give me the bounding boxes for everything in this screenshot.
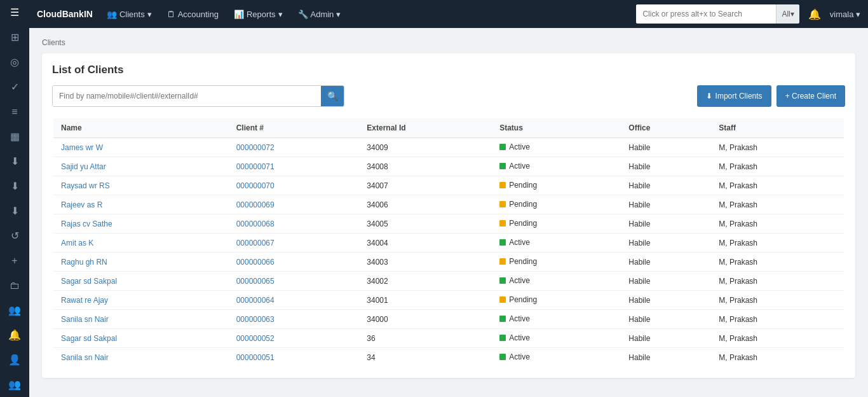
table-row: Sanila sn Nair 000000051 34 Active Habil… — [53, 348, 844, 368]
client-name-link[interactable]: Sajid yu Attar — [61, 162, 106, 171]
sidebar-icon-grid[interactable]: ▦ — [0, 124, 29, 149]
cell-client-num[interactable]: 000000072 — [229, 138, 360, 157]
nav-item-reports[interactable]: 📊 Reports ▾ — [227, 7, 289, 22]
user-menu[interactable]: vimala ▾ — [830, 10, 860, 19]
status-badge: Active — [499, 333, 530, 342]
client-name-link[interactable]: Rajeev as R — [61, 200, 102, 209]
cell-name[interactable]: James wr W — [53, 138, 229, 157]
status-badge: Pending — [499, 181, 537, 190]
cell-client-num[interactable]: 000000069 — [229, 195, 360, 214]
sidebar-icon-check[interactable]: ✓ — [0, 74, 29, 99]
table-row: Sajid yu Attar 000000071 34008 Active Ha… — [53, 157, 844, 176]
cell-client-num[interactable]: 000000052 — [229, 329, 360, 348]
cell-status: Active — [492, 138, 621, 157]
nav-item-admin[interactable]: 🔧 Admin ▾ — [292, 7, 348, 22]
sidebar-icon-menu[interactable]: ☰ — [0, 0, 29, 25]
cell-client-num[interactable]: 000000065 — [229, 272, 360, 291]
notification-bell-icon[interactable]: 🔔 — [808, 8, 821, 20]
status-label: Active — [509, 162, 530, 171]
cell-client-num[interactable]: 000000067 — [229, 233, 360, 253]
cell-client-num[interactable]: 000000064 — [229, 291, 360, 310]
cell-name[interactable]: Rajeev as R — [53, 195, 229, 214]
sidebar-icon-list[interactable]: ≡ — [0, 99, 29, 124]
client-name-link[interactable]: James wr W — [61, 143, 103, 152]
nav-item-clients[interactable]: 👥 Clients ▾ — [100, 7, 158, 22]
reports-dropdown-icon: ▾ — [278, 10, 283, 19]
table-header-row: Name Client # External Id Status Office … — [53, 118, 844, 138]
cell-external-id: 36 — [359, 329, 492, 348]
status-dot — [499, 220, 506, 226]
status-dot — [499, 258, 506, 265]
cell-name[interactable]: Raghu gh RN — [53, 253, 229, 272]
sidebar-icon-download2[interactable]: ⬇ — [0, 174, 29, 198]
status-dot — [499, 354, 506, 360]
sidebar-icon-bell[interactable]: 🔔 — [0, 323, 29, 347]
cell-name[interactable]: Sagar sd Sakpal — [53, 329, 229, 348]
cell-office: Habile — [621, 157, 711, 176]
table-row: Raghu gh RN 000000066 34003 Pending Habi… — [53, 253, 844, 272]
sidebar-icon-refresh[interactable]: ↺ — [0, 223, 29, 248]
main-area: CloudBankIN 👥 Clients ▾ 🗒 Accounting 📊 R… — [29, 0, 868, 397]
sidebar-icon-plus[interactable]: + — [0, 248, 29, 273]
cell-client-num[interactable]: 000000071 — [229, 157, 360, 176]
client-name-link[interactable]: Raghu gh RN — [61, 258, 107, 267]
client-search-button[interactable]: 🔍 — [321, 85, 344, 107]
sidebar-icon-download1[interactable]: ⬇ — [0, 149, 29, 174]
cell-client-num[interactable]: 000000063 — [229, 310, 360, 329]
sidebar-icon-add-user[interactable]: 👤 — [0, 347, 29, 372]
app-brand[interactable]: CloudBankIN — [37, 9, 93, 19]
cell-staff: M, Prakash — [711, 329, 844, 348]
sidebar-icon-users[interactable]: 👥 — [0, 372, 29, 397]
cell-client-num[interactable]: 000000051 — [229, 348, 360, 368]
cell-name[interactable]: Sagar sd Sakpal — [53, 272, 229, 291]
cell-name[interactable]: Rajas cv Sathe — [53, 214, 229, 233]
sidebar-icon-download3[interactable]: ⬇ — [0, 198, 29, 223]
cell-external-id: 34009 — [359, 138, 492, 157]
cell-staff: M, Prakash — [711, 348, 844, 368]
cell-office: Habile — [621, 310, 711, 329]
table-row: Raysad wr RS 000000070 34007 Pending Hab… — [53, 176, 844, 195]
sidebar-icon-folder[interactable]: 🗀 — [0, 273, 29, 298]
cell-client-num[interactable]: 000000070 — [229, 176, 360, 195]
nav-item-accounting[interactable]: 🗒 Accounting — [161, 7, 225, 22]
client-name-link[interactable]: Sanila sn Nair — [61, 315, 109, 324]
cell-status: Pending — [492, 291, 621, 310]
client-name-link[interactable]: Raysad wr RS — [61, 181, 110, 190]
cell-office: Habile — [621, 329, 711, 348]
cell-office: Habile — [621, 233, 711, 253]
sidebar-icon-dashboard[interactable]: ⊞ — [0, 25, 29, 50]
status-label: Active — [509, 352, 530, 361]
status-label: Active — [509, 314, 530, 323]
cell-name[interactable]: Amit as K — [53, 233, 229, 253]
cell-name[interactable]: Rawat re Ajay — [53, 291, 229, 310]
import-clients-button[interactable]: ⬇ Import Clients — [697, 85, 771, 107]
table-row: James wr W 000000072 34009 Active Habile… — [53, 138, 844, 157]
col-external-id: External Id — [359, 118, 492, 138]
client-name-link[interactable]: Amit as K — [61, 239, 93, 247]
admin-dropdown-icon: ▾ — [336, 10, 341, 19]
cell-name[interactable]: Raysad wr RS — [53, 176, 229, 195]
global-search-input[interactable] — [636, 4, 776, 24]
sidebar-icon-group[interactable]: 👥 — [0, 298, 29, 323]
client-name-link[interactable]: Sanila sn Nair — [61, 353, 109, 362]
cell-client-num[interactable]: 000000068 — [229, 214, 360, 233]
client-name-link[interactable]: Sagar sd Sakpal — [61, 277, 117, 286]
global-search-box: All ▾ — [636, 4, 799, 24]
cell-name[interactable]: Sajid yu Attar — [53, 157, 229, 176]
create-client-button[interactable]: + Create Client — [776, 85, 845, 107]
cell-status: Active — [492, 233, 621, 253]
cell-external-id: 34005 — [359, 214, 492, 233]
cell-name[interactable]: Sanila sn Nair — [53, 310, 229, 329]
cell-name[interactable]: Sanila sn Nair — [53, 348, 229, 368]
cell-office: Habile — [621, 138, 711, 157]
search-filter-dropdown[interactable]: All ▾ — [776, 4, 799, 24]
sidebar-icon-location[interactable]: ◎ — [0, 50, 29, 74]
cell-external-id: 34008 — [359, 157, 492, 176]
cell-client-num[interactable]: 000000066 — [229, 253, 360, 272]
status-label: Active — [509, 276, 530, 285]
client-search-input[interactable] — [53, 85, 321, 107]
client-name-link[interactable]: Rajas cv Sathe — [61, 219, 112, 228]
table-row: Sanila sn Nair 000000063 34000 Active Ha… — [53, 310, 844, 329]
client-name-link[interactable]: Sagar sd Sakpal — [61, 334, 117, 343]
client-name-link[interactable]: Rawat re Ajay — [61, 296, 108, 305]
